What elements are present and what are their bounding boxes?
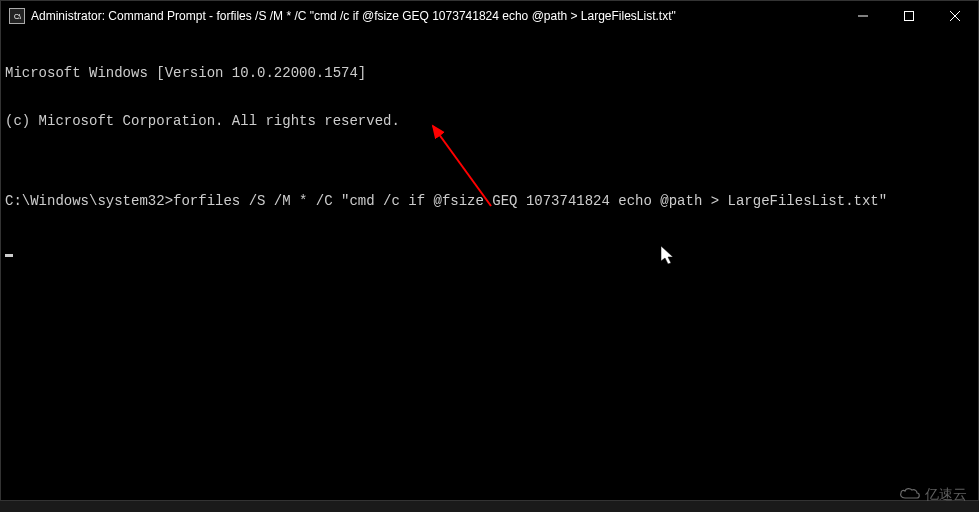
terminal-output[interactable]: Microsoft Windows [Version 10.0.22000.15… [1, 31, 978, 500]
maximize-icon [904, 11, 914, 21]
window-title: Administrator: Command Prompt - forfiles… [31, 9, 840, 23]
close-icon [950, 11, 960, 21]
minimize-button[interactable] [840, 1, 886, 31]
watermark: 亿速云 [899, 486, 967, 504]
cloud-icon [899, 486, 921, 504]
titlebar[interactable]: C:\ Administrator: Command Prompt - forf… [1, 1, 978, 31]
cmd-icon: C:\ [9, 8, 25, 24]
copyright-line: (c) Microsoft Corporation. All rights re… [5, 113, 974, 129]
command-line: C:\Windows\system32>forfiles /S /M * /C … [5, 193, 974, 209]
cursor-line [5, 241, 974, 257]
maximize-button[interactable] [886, 1, 932, 31]
command-text: forfiles /S /M * /C "cmd /c if @fsize GE… [173, 193, 887, 209]
close-button[interactable] [932, 1, 978, 31]
text-cursor [5, 254, 13, 257]
minimize-icon [858, 11, 868, 21]
svg-rect-1 [905, 12, 914, 21]
prompt-text: C:\Windows\system32> [5, 193, 173, 209]
window-controls [840, 1, 978, 31]
version-line: Microsoft Windows [Version 10.0.22000.15… [5, 65, 974, 81]
command-prompt-window: C:\ Administrator: Command Prompt - forf… [0, 0, 979, 501]
watermark-text: 亿速云 [925, 486, 967, 504]
